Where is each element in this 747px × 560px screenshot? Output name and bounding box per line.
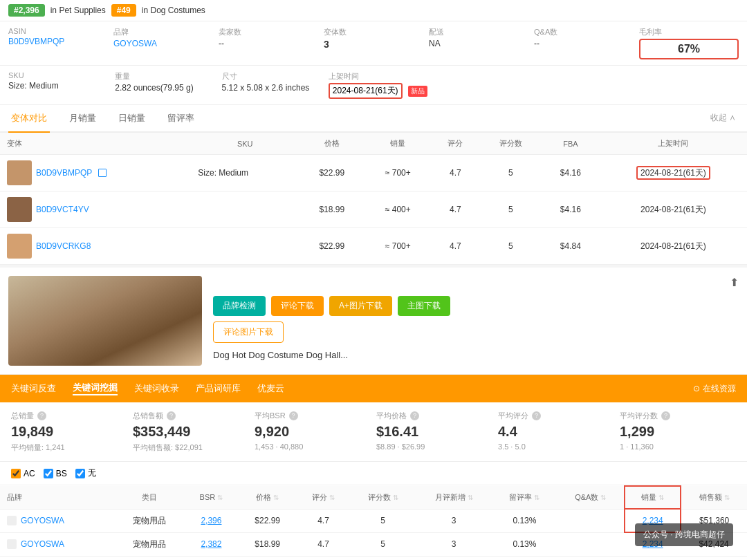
col-header-monthly-new[interactable]: 月评新增 ⇅	[416, 486, 492, 509]
total-sales-info-icon[interactable]: ?	[37, 411, 46, 420]
row-rating: 4.7	[296, 509, 350, 532]
variant-price-cell: $22.99	[299, 155, 365, 192]
col-header-rating[interactable]: 评分 ⇅	[296, 486, 350, 509]
filter-ac-checkbox[interactable]	[11, 469, 21, 478]
brand-label: 品牌	[113, 27, 213, 37]
review-image-button[interactable]: 评论图片下载	[213, 321, 284, 343]
brand-link[interactable]: GOYOSWA	[21, 539, 64, 549]
row-price: $22.99	[239, 556, 296, 560]
reviews-sort-icon[interactable]: ⇅	[393, 494, 398, 501]
collapse-button[interactable]: 收起 ∧	[708, 105, 739, 131]
avg-price-info-icon[interactable]: ?	[410, 411, 419, 420]
variant-asin-link[interactable]: B0D9VCT4YV	[36, 205, 89, 214]
size-cell: 尺寸 5.12 x 5.08 x 2.6 inches	[222, 71, 323, 99]
col-header-revenue[interactable]: 销售额 ⇅	[681, 486, 747, 509]
col-header-sales[interactable]: 销量 ⇅	[625, 486, 681, 509]
product-image-container	[8, 276, 202, 366]
review-rate-sort-icon[interactable]: ⇅	[534, 494, 540, 501]
nav-keyword-dig[interactable]: 关键词挖掘	[73, 382, 118, 395]
tab-review-rate[interactable]: 留评率	[165, 105, 197, 133]
sku-value: Size: Medium	[8, 81, 109, 91]
sales-sort-icon[interactable]: ⇅	[658, 494, 664, 501]
asin-value[interactable]: B0D9VBMPQP	[8, 37, 108, 46]
variant-asin-cell: B0D9VCRKG8	[0, 228, 191, 265]
col-header-reviews[interactable]: 评分数 ⇅	[351, 486, 416, 509]
tab-variant-compare[interactable]: 变体对比	[8, 105, 50, 133]
review-download-button[interactable]: 评论下载	[271, 296, 324, 316]
avg-rating-info-icon[interactable]: ?	[532, 411, 541, 420]
total-sales-label: 总销量 ?	[11, 411, 127, 421]
col-header-bsr[interactable]: BSR ⇅	[184, 486, 239, 509]
variant-reviews-cell: 5	[480, 192, 542, 228]
shipping-label: 配送	[429, 27, 528, 37]
filter-none[interactable]: 无	[75, 467, 96, 479]
product-info-grid: ASIN B0D9VBMPQP 品牌 GOYOSWA 卖家数 -- 变体数 3 …	[0, 21, 747, 66]
shipping-value: NA	[429, 39, 528, 48]
qa-cell: Q&A数 --	[534, 27, 634, 59]
rating-sort-icon[interactable]: ⇅	[329, 494, 335, 501]
avg-reviews-value: 1,299	[620, 424, 736, 440]
row-category: 宠物用品	[115, 556, 184, 560]
revenue-sort-icon[interactable]: ⇅	[724, 494, 730, 501]
table-row: GOYOSWA 宠物用品 2,382 $22.99 4.7 5 3 0.13% …	[0, 556, 747, 560]
variant-sales-cell: ≈ 700+	[365, 228, 431, 265]
filter-ac[interactable]: AC	[11, 469, 35, 478]
variant-sales-cell: ≈ 400+	[365, 192, 431, 228]
variant-asin-link[interactable]: B0D9VBMPQP	[36, 168, 92, 178]
nav-youmai[interactable]: 优麦云	[257, 382, 284, 395]
monthly-sort-icon[interactable]: ⇅	[468, 494, 473, 501]
row-sales: 2,234	[625, 556, 681, 560]
brand-detect-button[interactable]: 品牌检测	[213, 296, 266, 316]
avg-price-sub: $8.89 · $26.99	[376, 442, 492, 451]
gross-rate-value: 67%	[678, 43, 700, 55]
variant-row: B0D9VCRKG8 $22.99 ≈ 700+ 4.7 5 $4.84 202…	[0, 228, 747, 265]
avg-reviews-label: 平均评分数 ?	[620, 411, 736, 421]
aplus-download-button[interactable]: A+图片下载	[329, 296, 392, 316]
variant-asin-link[interactable]: B0D9VCRKG8	[36, 241, 91, 251]
avg-bsr-info-icon[interactable]: ?	[289, 411, 298, 420]
variant-sku-cell	[191, 228, 299, 265]
bsr-link[interactable]: 2,382	[201, 539, 221, 549]
nav-keyword-include[interactable]: 关键词收录	[134, 382, 179, 395]
avg-reviews-stat: 平均评分数 ? 1,299 1 · 11,360	[620, 411, 736, 453]
row-icon	[7, 516, 17, 525]
row-category: 宠物用品	[115, 532, 184, 556]
total-sales-sub: 平均销量: 1,241	[11, 442, 127, 453]
product-actions: ⬆ 品牌检测 评论下载 A+图片下载 主图下载 评论图片下载 Dog Hot D…	[213, 276, 739, 360]
tab-monthly-sales[interactable]: 月销量	[66, 105, 99, 133]
row-monthly-new: 3	[416, 509, 492, 532]
online-resource-link[interactable]: ⊙ 在线资源	[693, 383, 736, 395]
filter-bs-checkbox[interactable]	[44, 469, 53, 478]
nav-keyword-reverse[interactable]: 关键词反查	[11, 382, 56, 395]
total-revenue-info-icon[interactable]: ?	[167, 411, 176, 420]
row-icon	[7, 539, 17, 549]
size-value: 5.12 x 5.08 x 2.6 inches	[222, 83, 323, 93]
qa-sort-icon[interactable]: ⇅	[600, 494, 606, 501]
new-badge: 新品	[408, 86, 427, 97]
launch-cell: 上架时间 2024-08-21(61天) 新品	[329, 71, 430, 99]
filter-bs[interactable]: BS	[44, 469, 67, 478]
tab-daily-sales[interactable]: 日销量	[116, 105, 148, 133]
col-header-price[interactable]: 价格 ⇅	[239, 486, 296, 509]
brand-link[interactable]: GOYOSWA	[21, 516, 64, 525]
brand-value[interactable]: GOYOSWA	[113, 39, 213, 48]
variant-reviews-cell: 5	[480, 155, 542, 192]
rank1-category: in Pet Supplies	[50, 6, 106, 15]
watermark: 公众号 · 跨境电商超仔	[635, 523, 733, 546]
price-sort-icon[interactable]: ⇅	[273, 494, 279, 501]
row-revenue: $51,360	[681, 556, 747, 560]
col-header-qa[interactable]: Q&A数 ⇅	[557, 486, 625, 509]
total-revenue-sub: 平均销售额: $22,091	[133, 442, 249, 453]
filter-none-checkbox[interactable]	[75, 469, 85, 478]
variant-thumb	[7, 197, 32, 222]
copy-icon[interactable]	[98, 169, 107, 177]
col-header-review-rate[interactable]: 留评率 ⇅	[492, 486, 557, 509]
gross-rate-box: 67%	[639, 39, 739, 59]
bsr-sort-icon[interactable]: ⇅	[217, 494, 223, 501]
avg-reviews-info-icon[interactable]: ?	[661, 411, 670, 420]
main-download-button[interactable]: 主图下载	[398, 296, 450, 316]
share-icon[interactable]: ⬆	[730, 276, 739, 289]
bsr-link[interactable]: 2,396	[201, 516, 221, 525]
variants-value: 3	[324, 39, 423, 50]
nav-product-research[interactable]: 产品词研库	[196, 382, 241, 395]
